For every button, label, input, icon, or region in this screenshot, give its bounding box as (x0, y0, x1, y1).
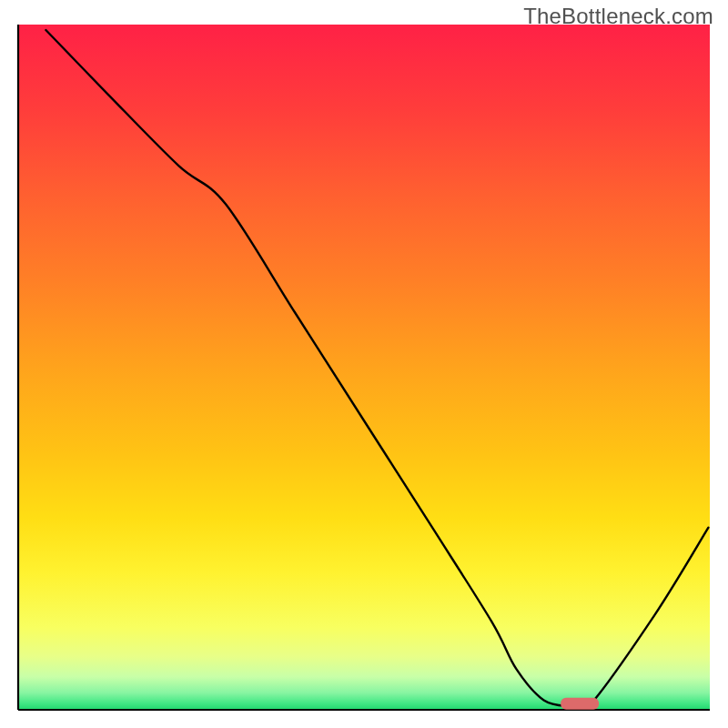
chart-container: TheBottleneck.com (0, 0, 728, 728)
gradient-background (18, 25, 710, 710)
bottleneck-chart-svg (0, 0, 728, 728)
watermark-text: TheBottleneck.com (523, 4, 713, 29)
optimal-range-marker (561, 698, 599, 710)
